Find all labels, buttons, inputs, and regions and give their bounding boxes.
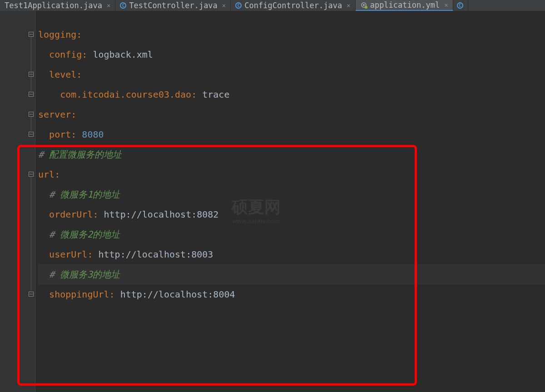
close-icon[interactable]: × [347,2,350,9]
tab-partial[interactable]: C [453,0,468,11]
fold-guide-line [31,176,31,291]
tab-configcontroller[interactable]: C ConfigController.java × [231,0,355,11]
yaml-key: server [38,104,71,124]
yaml-key: userUrl [49,244,87,264]
yaml-colon: : [71,124,82,144]
yaml-key: shoppingUrl [49,284,109,304]
code-line[interactable]: config: logback.xml [38,45,545,65]
code-line[interactable]: logging: [38,25,545,45]
comment-text: 微服务3的地址 [60,264,120,284]
code-line[interactable]: # 微服务3的地址 [38,264,545,284]
yaml-value: http://localhost:8082 [104,204,219,224]
editor-tabs-bar: Test1Application.java × C TestController… [0,0,545,11]
code-line[interactable]: orderUrl: http://localhost:8082 [38,204,545,224]
fold-handle-icon[interactable] [28,291,34,297]
close-icon[interactable]: × [107,2,110,9]
yaml-value: trace [202,84,229,104]
code-line[interactable]: port: 8080 [38,124,545,144]
close-icon[interactable]: × [444,1,448,9]
yml-file-icon [360,1,367,9]
code-line[interactable]: shoppingUrl: http://localhost:8004 [38,284,545,304]
fold-guide-line [31,76,31,91]
fold-handle-icon[interactable] [28,131,34,137]
comment-text: 配置微服务的地址 [49,144,122,164]
java-class-icon: C [235,2,242,9]
fold-guide-line [31,116,31,131]
tab-label: ConfigController.java [244,1,342,10]
yaml-value: http://localhost:8003 [98,244,213,264]
code-line[interactable]: # 微服务2的地址 [38,224,545,244]
yaml-key: com.itcodai.course03.dao [60,84,191,104]
comment-hash: # [38,144,49,164]
code-line[interactable]: # 配置微服务的地址 [38,144,545,164]
java-class-icon: C [120,2,126,9]
yaml-value: 8080 [82,124,104,144]
tab-testcontroller[interactable]: C TestController.java × [115,0,231,11]
yaml-colon: : [191,84,202,104]
yaml-value: logback.xml [93,45,153,65]
svg-point-1 [363,4,365,6]
editor-gutter [0,11,35,392]
yaml-colon: : [87,244,98,264]
java-class-icon: C [457,2,463,9]
comment-hash: # [49,264,60,284]
yaml-colon: : [71,104,76,124]
fold-handle-icon[interactable] [28,91,34,97]
code-line[interactable]: level: [38,65,545,84]
yaml-colon: : [93,204,104,224]
yaml-colon: : [76,25,82,45]
yaml-colon: : [54,164,60,184]
yaml-key: url [38,164,54,184]
close-icon[interactable]: × [222,2,226,9]
tab-label: application.yml [370,0,440,10]
tab-label: Test1Application.java [5,1,102,10]
code-line[interactable]: userUrl: http://localhost:8003 [38,244,545,264]
svg-point-2 [365,6,367,9]
tab-application-yml[interactable]: application.yml × [356,0,453,11]
yaml-colon: : [109,284,120,304]
yaml-key: orderUrl [49,204,93,224]
yaml-colon: : [82,45,93,65]
comment-text: 微服务2的地址 [60,224,120,244]
code-content[interactable]: logging: config: logback.xml level: com.… [35,11,545,392]
code-line[interactable]: url: [38,164,545,184]
yaml-key: logging [38,25,76,45]
yaml-key: level [49,65,76,84]
yaml-key: config [49,45,82,65]
tab-test1application[interactable]: Test1Application.java × [0,0,115,11]
comment-hash: # [49,184,60,204]
comment-hash: # [49,224,60,244]
yaml-key: port [49,124,71,144]
yaml-colon: : [76,65,82,84]
editor-area: logging: config: logback.xml level: com.… [0,11,545,392]
tab-label: TestController.java [129,1,217,10]
code-line[interactable]: server: [38,104,545,124]
code-line[interactable]: # 微服务1的地址 [38,184,545,204]
yaml-value: http://localhost:8004 [120,284,235,304]
comment-text: 微服务1的地址 [60,184,120,204]
code-line[interactable]: com.itcodai.course03.dao: trace [38,84,545,104]
